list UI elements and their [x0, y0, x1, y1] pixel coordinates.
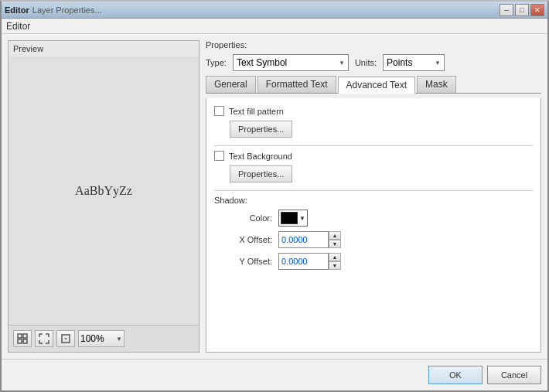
x-offset-up-button[interactable]: ▲	[329, 231, 341, 240]
y-offset-input[interactable]: 0.0000	[278, 253, 329, 270]
units-label: Units:	[355, 58, 377, 67]
fill-pattern-checkbox[interactable]	[214, 106, 224, 116]
window-subtitle: Layer Properties...	[32, 5, 102, 15]
x-offset-input[interactable]: 0.0000	[278, 231, 329, 248]
x-offset-spinners: ▲ ▼	[329, 231, 341, 248]
tab-mask[interactable]: Mask	[417, 76, 456, 93]
fit-extent-button[interactable]	[13, 330, 32, 347]
y-offset-row: Y Offset: 0.0000 ▲ ▼	[230, 253, 533, 270]
svg-rect-2	[18, 339, 22, 343]
tab-advanced-text[interactable]: Advanced Text	[338, 77, 416, 94]
background-checkbox[interactable]	[214, 151, 224, 161]
shadow-color-button[interactable]: ▼	[278, 210, 308, 227]
fullscreen-icon	[39, 333, 49, 344]
tab-formatted-text[interactable]: Formatted Text	[257, 76, 336, 93]
fill-pattern-row: Text fill pattern	[214, 106, 533, 116]
units-dropdown[interactable]: Points ▼	[383, 54, 445, 71]
shadow-color-row: Color: ▼	[230, 210, 533, 227]
properties-label: Properties:	[206, 40, 247, 49]
right-panel: Properties: Type: Text Symbol ▼ Units: P…	[206, 40, 541, 353]
shadow-color-arrow-icon: ▼	[299, 215, 305, 222]
background-row: Text Background	[214, 151, 533, 161]
x-offset-field: 0.0000 ▲ ▼	[278, 231, 341, 248]
window-title: Editor	[5, 5, 29, 15]
y-offset-spinners: ▲ ▼	[329, 253, 341, 270]
y-offset-down-button[interactable]: ▼	[329, 261, 341, 270]
minimize-button[interactable]: ─	[500, 4, 513, 16]
actual-size-button[interactable]	[56, 330, 75, 347]
type-value: Text Symbol	[237, 57, 287, 68]
divider-2	[214, 190, 533, 191]
close-button[interactable]: ✕	[530, 4, 544, 16]
units-value: Points	[387, 57, 412, 68]
footer: OK Cancel	[2, 359, 547, 390]
x-offset-label: X Offset:	[230, 235, 272, 244]
cancel-button[interactable]: Cancel	[487, 366, 541, 384]
x-offset-row: X Offset: 0.0000 ▲ ▼	[230, 231, 533, 248]
preview-toolbar: 100% ▼	[9, 325, 199, 352]
x-offset-down-button[interactable]: ▼	[329, 240, 341, 248]
title-bar: Editor Layer Properties... ─ □ ✕	[2, 2, 547, 19]
shadow-color-label: Color:	[230, 213, 272, 223]
type-label: Type:	[206, 58, 227, 67]
fill-pattern-properties-button[interactable]: Properties...	[230, 121, 292, 138]
maximize-button[interactable]: □	[515, 4, 529, 16]
svg-line-5	[65, 338, 66, 339]
shadow-section: Shadow: Color: ▼ X Offset: 0.0000	[214, 196, 533, 270]
background-label: Text Background	[229, 152, 292, 161]
fullscreen-button[interactable]	[35, 330, 53, 347]
tab-content-advanced: Text fill pattern Properties... Text Bac…	[206, 98, 541, 353]
shadow-title: Shadow:	[214, 196, 533, 205]
background-properties-button[interactable]: Properties...	[230, 165, 292, 182]
preview-area: AaBbYyZz	[9, 56, 199, 325]
main-content: Preview AaBbYyZz	[2, 34, 547, 359]
svg-rect-3	[23, 339, 27, 343]
zoom-dropdown[interactable]: 100% ▼	[78, 330, 124, 347]
fit-extent-icon	[17, 333, 28, 344]
y-offset-up-button[interactable]: ▲	[329, 253, 341, 261]
type-dropdown[interactable]: Text Symbol ▼	[233, 54, 349, 71]
zoom-arrow-icon: ▼	[116, 336, 122, 343]
preview-label: Preview	[9, 41, 199, 56]
preview-panel: Preview AaBbYyZz	[8, 40, 199, 353]
shadow-color-swatch	[281, 212, 298, 224]
title-bar-buttons: ─ □ ✕	[500, 4, 544, 16]
y-offset-field: 0.0000 ▲ ▼	[278, 253, 341, 270]
svg-rect-1	[23, 334, 27, 338]
ok-button[interactable]: OK	[428, 366, 483, 384]
units-arrow-icon: ▼	[435, 60, 441, 66]
tab-general[interactable]: General	[206, 76, 256, 93]
fill-pattern-label: Text fill pattern	[229, 107, 284, 116]
divider-1	[214, 145, 533, 146]
fill-pattern-section: Text fill pattern Properties...	[214, 106, 533, 138]
properties-header: Properties:	[206, 40, 541, 49]
svg-rect-0	[18, 334, 22, 338]
main-window: Editor Layer Properties... ─ □ ✕ Editor …	[0, 0, 549, 392]
dialog-label: Editor	[2, 19, 547, 34]
tab-bar: General Formatted Text Advanced Text Mas…	[206, 76, 541, 94]
actual-size-icon	[60, 333, 71, 344]
title-bar-left: Editor Layer Properties...	[5, 5, 102, 15]
zoom-value: 100%	[80, 333, 104, 344]
type-units-row: Type: Text Symbol ▼ Units: Points ▼	[206, 54, 541, 71]
background-section: Text Background Properties...	[214, 151, 533, 182]
y-offset-label: Y Offset:	[230, 257, 272, 266]
preview-sample-text: AaBbYyZz	[75, 184, 132, 198]
type-arrow-icon: ▼	[339, 60, 345, 66]
